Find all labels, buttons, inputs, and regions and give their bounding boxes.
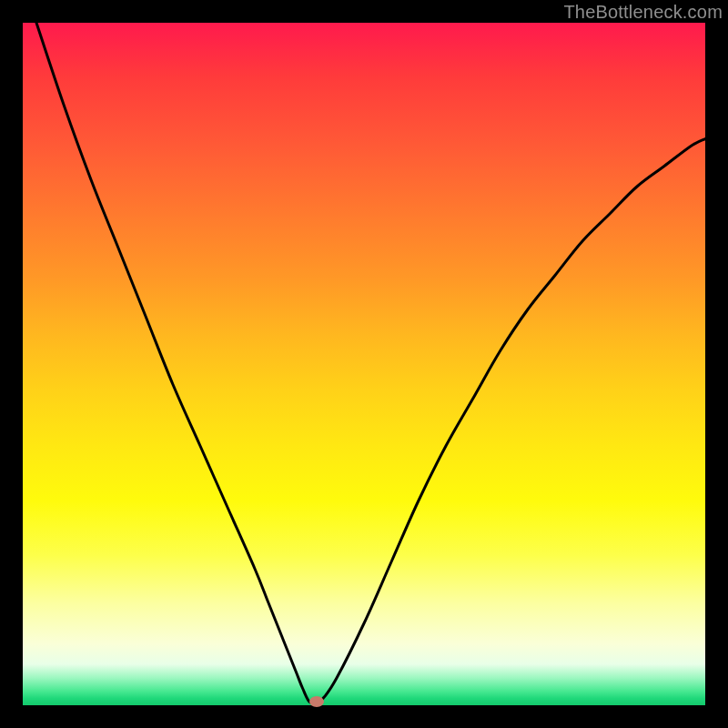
bottleneck-curve bbox=[23, 23, 705, 705]
watermark-text: TheBottleneck.com bbox=[563, 2, 723, 23]
plot-area bbox=[23, 23, 705, 705]
minimum-marker bbox=[309, 696, 324, 707]
chart-frame: TheBottleneck.com bbox=[0, 0, 728, 728]
